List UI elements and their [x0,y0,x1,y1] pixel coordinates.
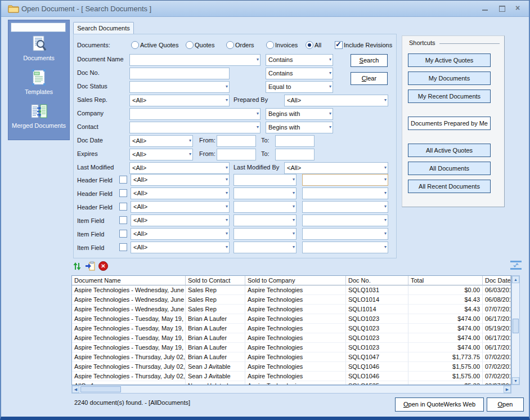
chevron-down-icon[interactable]: ▾ [329,56,331,64]
chevron-down-icon[interactable]: ▾ [329,110,331,118]
sidebar-item-templates[interactable]: Templates [8,69,69,95]
chevron-down-icon[interactable]: ▾ [226,96,228,104]
radio-label-orders[interactable]: Orders [235,42,254,48]
sales-rep-select[interactable]: <All>▾ [129,95,230,106]
column-header-sold-to-contact[interactable]: Sold to Contact [186,276,245,285]
radio-label-all[interactable]: All [315,42,321,48]
scroll-right-icon[interactable]: ▶ [504,386,511,393]
chevron-down-icon[interactable]: ▾ [384,176,387,184]
include-revisions-checkbox[interactable] [335,41,343,49]
header-field-1-operator-select[interactable]: ▾ [233,174,297,186]
search-button[interactable]: Search [351,54,388,67]
expires-from-input[interactable] [217,149,256,160]
company-combo[interactable]: ▾ [129,108,260,120]
header-field-2-checkbox[interactable] [119,189,127,197]
refresh-icon[interactable] [73,262,82,272]
radio-active-quotes[interactable] [131,41,139,49]
open-button[interactable]: Open [487,397,524,412]
sidebar-item-merged-documents[interactable]: Merged Documents [8,102,69,129]
column-header-sold-to-company[interactable]: Sold to Company [245,276,346,285]
delete-icon[interactable]: ✕ [98,261,108,271]
contact-combo[interactable]: ▾ [129,122,260,133]
contact-operator-select[interactable]: Begins with▾ [266,122,333,133]
prepared-by-select[interactable]: <All>▾ [284,95,388,106]
header-field-1-select[interactable]: <All>▾ [131,174,230,186]
chevron-down-icon[interactable]: ▾ [384,216,387,224]
doc-date-select[interactable]: <All>▾ [129,135,193,147]
chevron-down-icon[interactable]: ▾ [189,137,191,145]
doc-no-operator-select[interactable]: Contains▾ [266,68,333,79]
table-row[interactable]: Aspire Technologies - Tuesday, May 19,Br… [72,324,511,333]
chevron-down-icon[interactable]: ▾ [293,176,295,184]
doc-date-to-input[interactable] [275,135,315,147]
chevron-down-icon[interactable]: ▾ [257,56,259,64]
scroll-left-icon[interactable]: ◀ [72,386,79,393]
chevron-down-icon[interactable]: ▾ [293,216,295,224]
table-row[interactable]: Aspire Technologies - Thursday, July 02,… [72,362,511,372]
chevron-down-icon[interactable]: ▾ [329,83,331,91]
import-document-icon[interactable] [85,261,95,272]
minimize-button[interactable] [480,4,489,13]
my-documents-button[interactable]: My Documents [408,72,491,85]
column-header-doc-no[interactable]: Doc No. [346,276,408,285]
expires-to-input[interactable] [275,149,315,160]
radio-orders[interactable] [226,41,234,49]
header-field-2-value-select[interactable]: ▾ [302,187,388,199]
scroll-up-icon[interactable]: ▲ [512,276,519,283]
chevron-down-icon[interactable]: ▾ [293,243,295,251]
splitter-toggle-icon[interactable] [509,260,523,271]
chevron-down-icon[interactable]: ▾ [226,230,228,238]
chevron-down-icon[interactable]: ▾ [226,176,228,184]
company-operator-select[interactable]: Begins with▾ [266,108,333,120]
table-row[interactable]: Aspire Technologies - Tuesday, May 19,Br… [72,314,511,324]
table-row[interactable]: Aspire Technologies - Thursday, July 02,… [72,352,511,362]
all-recent-documents-button[interactable]: All Recent Documents [408,180,491,193]
chevron-down-icon[interactable]: ▾ [226,189,228,197]
close-button[interactable]: × [513,4,522,13]
title-bar[interactable]: Open Document - [ Search Documents ] × [1,1,529,17]
chevron-down-icon[interactable]: ▾ [257,123,259,131]
radio-label-invoices[interactable]: Invoices [275,42,298,48]
document-name-operator-select[interactable]: Contains▾ [266,54,333,66]
column-header-doc-date[interactable]: Doc Date [483,276,511,285]
header-field-3-value-select[interactable]: ▾ [302,201,388,213]
doc-date-from-input[interactable] [217,135,256,147]
chevron-down-icon[interactable]: ▾ [293,230,295,238]
clear-button[interactable]: Clear [351,72,388,85]
chevron-down-icon[interactable]: ▾ [384,164,387,172]
item-field-3-value-select[interactable]: ▾ [302,242,388,253]
table-row[interactable]: Aspire Technologies - Wednesday, JuneSal… [72,305,511,314]
table-row[interactable]: Aspire Technologies - Thursday, July 02,… [72,372,511,381]
chevron-down-icon[interactable]: ▾ [226,243,228,251]
table-row[interactable]: Aspire Technologies - Tuesday, May 19,Br… [72,333,511,343]
chevron-down-icon[interactable]: ▾ [293,189,295,197]
documents-prepared-by-me-button[interactable]: Documents Prepared by Me [408,117,491,130]
header-field-1-value-select[interactable]: ▾ [302,174,388,186]
expires-select[interactable]: <All>▾ [129,149,193,160]
header-field-3-operator-select[interactable]: ▾ [233,201,297,213]
last-modified-by-select[interactable]: <All>▾ [284,162,388,174]
table-row[interactable]: Aspire Technologies - Tuesday, May 19,Br… [72,343,511,352]
item-field-1-checkbox[interactable] [119,216,127,224]
table-row[interactable]: Aspire Technologies - Wednesday, JuneSal… [72,295,511,305]
chevron-down-icon[interactable]: ▾ [226,203,228,211]
header-field-2-select[interactable]: <All>▾ [131,187,230,199]
header-field-3-select[interactable]: <All>▾ [131,201,230,213]
chevron-down-icon[interactable]: ▾ [226,164,228,172]
item-field-3-operator-select[interactable]: ▾ [233,242,297,253]
radio-label-active-quotes[interactable]: Active Quotes [140,42,178,48]
chevron-down-icon[interactable]: ▾ [329,123,331,131]
item-field-2-select[interactable]: <All>▾ [131,228,230,240]
column-header-document-name[interactable]: Document Name [72,276,186,285]
chevron-down-icon[interactable]: ▾ [384,230,387,238]
my-recent-documents-button[interactable]: My Recent Documents [408,90,491,103]
item-field-2-operator-select[interactable]: ▾ [233,228,297,240]
chevron-down-icon[interactable]: ▾ [257,110,259,118]
last-modified-select[interactable]: <All>▾ [129,162,230,174]
horizontal-scrollbar[interactable]: ◀ ▶ [71,385,511,394]
radio-label-quotes[interactable]: Quotes [195,42,214,48]
chevron-down-icon[interactable]: ▾ [384,243,387,251]
doc-no-input[interactable] [129,68,230,79]
table-row[interactable]: Aspire Technologies - Wednesday, JuneSal… [72,285,511,295]
radio-invoices[interactable] [266,41,274,49]
